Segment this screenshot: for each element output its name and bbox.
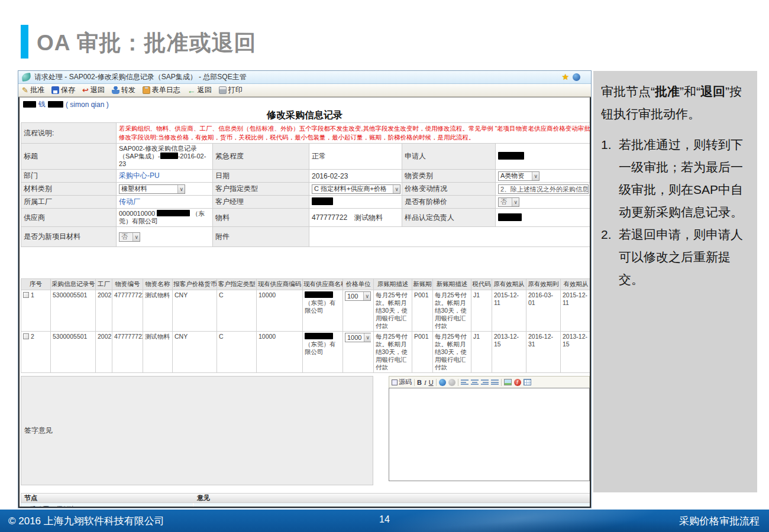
price-unit-select[interactable]: 100∨	[345, 291, 371, 301]
print-icon	[219, 86, 227, 94]
source-icon	[392, 379, 398, 385]
supplier-name-suffix: （东莞）有限公司	[305, 299, 336, 314]
plant-link[interactable]: 传动厂	[119, 197, 140, 206]
underline-button[interactable]: U	[429, 379, 434, 386]
bold-button[interactable]: B	[417, 379, 422, 386]
redacted-text	[23, 101, 36, 108]
user-en-name: ( simon qian )	[66, 100, 109, 109]
price-change-input[interactable]: 2、除上述情况之外的采购信息记录修改	[498, 184, 589, 194]
material-class-value: 橡塑材料	[121, 184, 147, 193]
col-new-from: 有效期从	[561, 279, 592, 290]
cell-no: 1	[21, 290, 51, 332]
cell-tax: J1	[471, 332, 492, 373]
align-justify-icon[interactable]	[491, 379, 499, 385]
col-mat-name: 物资名称	[143, 279, 173, 290]
insert-flash-icon[interactable]: f	[514, 379, 521, 386]
print-button[interactable]: 打印	[219, 85, 243, 95]
label-material: 物料	[213, 209, 309, 227]
value-urgency: 正常	[309, 144, 402, 170]
signature-textarea[interactable]	[389, 388, 590, 481]
label-plant: 所属工厂	[21, 196, 117, 209]
source-button[interactable]: 源码	[392, 378, 412, 387]
save-button[interactable]: 保存	[51, 85, 75, 95]
new-project-select[interactable]: 否∨	[119, 232, 140, 242]
col-new-terms: 新账期描述	[433, 279, 471, 290]
italic-button[interactable]: I	[424, 379, 426, 386]
insert-table-icon[interactable]	[524, 379, 531, 385]
align-left-icon[interactable]	[461, 379, 468, 385]
material-cat-select[interactable]: A类物资∨	[498, 171, 539, 181]
insert-image-icon[interactable]	[504, 379, 512, 385]
forward-label: 转发	[121, 85, 135, 95]
form-log-button[interactable]: 表单日志	[143, 85, 180, 95]
label-price-change: 价格变动情况	[402, 183, 496, 196]
value-new-project: 否∨	[117, 227, 213, 247]
save-label: 保存	[61, 85, 75, 95]
value-material-cat: A类物资∨	[496, 170, 592, 183]
toolbar-separator	[501, 379, 502, 386]
sidebar-intro: 审批节点“批准”和“退回”按钮执行审批动作。	[601, 80, 749, 125]
cell-supplier-name: （东莞）有限公司	[303, 290, 343, 332]
user-line: 钱 ( simon qian )	[20, 98, 590, 109]
row-checkbox[interactable]	[23, 333, 29, 339]
value-cust-manager	[309, 196, 402, 209]
cust-type-value: C 指定材料+供应商+价格	[314, 184, 387, 193]
back-button[interactable]: ←返回	[188, 85, 212, 95]
cell-mat-name: 测试物料	[143, 332, 173, 373]
cell-record-no: 5300005501	[51, 290, 96, 332]
cust-type-select[interactable]: C 指定材料+供应商+价格∨	[312, 184, 400, 194]
insert-link-icon[interactable]	[439, 379, 446, 386]
source-label: 源码	[399, 378, 412, 387]
forward-button[interactable]: 转发	[112, 85, 135, 95]
process-note-cell: 若采购组织、物料、供应商、工厂、信息类别（包括标准、外协）五个字段都不发生改变,…	[117, 123, 592, 144]
cell-currency: CNY	[173, 332, 217, 373]
row-number: 2	[31, 333, 34, 340]
row-number: 1	[31, 291, 34, 299]
oa-window: 请求处理 - SAP002-修改采购信息记录（SAP集成） - 总部SQE主管 …	[18, 70, 592, 508]
align-center-icon[interactable]	[471, 379, 479, 385]
cell-old-terms: 每月25号付款。帐期月结30天，使用银行电汇付款	[374, 332, 412, 373]
material-cat-value: A类物资	[500, 171, 524, 180]
cell-no: 2	[21, 332, 51, 373]
redacted-text	[312, 197, 333, 205]
cell-old-from: 2015-12-11	[492, 290, 526, 332]
row-checkbox[interactable]	[23, 292, 29, 298]
ladder-select[interactable]: 否∨	[498, 197, 519, 207]
label-material-cat: 物资类别	[402, 170, 496, 183]
align-right-icon[interactable]	[481, 379, 489, 385]
form-log-label: 表单日志	[152, 85, 180, 95]
approve-label: 批准	[30, 85, 44, 95]
redacted-text	[498, 213, 522, 221]
chevron-down-icon: ∨	[393, 185, 400, 193]
nodes-col-node: 节点	[21, 494, 194, 502]
cell-mat-no: 477777722	[112, 290, 143, 332]
cell-mat-name: 测试物料	[143, 290, 173, 332]
slide-title: OA 审批：批准或退回	[37, 28, 256, 58]
price-unit-select[interactable]: 1000∨	[345, 333, 371, 342]
back-icon: ←	[188, 86, 196, 95]
remove-link-icon[interactable]	[448, 379, 455, 386]
signature-editor: 源码 B I U f	[373, 376, 590, 485]
favorite-star-icon[interactable]: ★	[561, 72, 569, 82]
reject-icon: ↩	[82, 86, 89, 94]
cell-cust-type: C	[217, 290, 257, 332]
print-label: 打印	[228, 85, 243, 95]
window-title: 请求处理 - SAP002-修改采购信息记录（SAP集成） - 总部SQE主管	[34, 72, 247, 82]
chevron-down-icon: ∨	[512, 198, 519, 206]
ladder-value: 否	[500, 197, 507, 206]
table-row: 2 5300005501 2002 477777722 测试物料 CNY C 1…	[21, 332, 592, 373]
process-note-line1: 若采购组织、物料、供应商、工厂、信息类别（包括标准、外协）五个字段都不发生改变,…	[119, 124, 589, 133]
node-row: 1.采购工程师创建	[21, 503, 591, 508]
label-supplier: 供应商	[21, 209, 117, 227]
node-name: 1.采购工程师创建	[21, 503, 194, 508]
help-icon[interactable]	[573, 73, 580, 81]
redacted-text	[160, 153, 178, 159]
approve-button[interactable]: ✎批准	[22, 85, 44, 95]
toolbar-separator	[458, 379, 458, 386]
reject-button[interactable]: ↩退回	[82, 85, 105, 95]
col-old-from: 原有效期从	[492, 279, 526, 290]
material-class-select[interactable]: 橡塑材料∨	[119, 184, 185, 194]
label-applicant: 申请人	[402, 144, 496, 170]
redacted-text	[498, 152, 524, 160]
dept-link[interactable]: 采购中心-PU	[119, 171, 160, 180]
